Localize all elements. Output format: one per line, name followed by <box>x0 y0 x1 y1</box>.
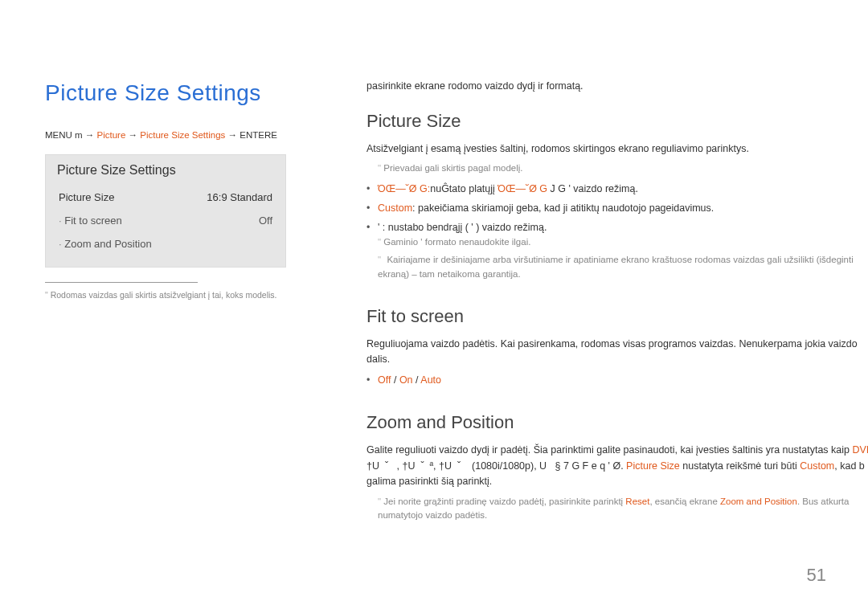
bullet-list: ΌŒ—˘Ø G:nuĜtato platųjį ΌŒ—˘Ø G J G ' va… <box>366 181 868 281</box>
bullet-text: : nustabo bendrąjį ( ' ) vaizdo režimą. <box>379 222 547 233</box>
note: "Kairiajame ir dešiniajame arba viršutin… <box>378 253 868 282</box>
breadcrumb-part: → ENTERE <box>225 130 277 140</box>
settings-panel: Picture Size Settings Picture Size 16:9 … <box>45 154 286 268</box>
panel-row-fit-to-screen: Fit to screen Off <box>57 209 274 232</box>
bullet-em: ΌŒ—˘Ø G <box>497 183 547 194</box>
opt-off: Off <box>378 374 391 386</box>
bullet-lead: ΌŒ—˘Ø G: <box>378 183 430 194</box>
intro-text: pasirinkite ekrane rodomo vaizdo dydį ir… <box>366 80 868 92</box>
note: Gaminio ' formato nenaudokite ilgai. <box>378 235 868 250</box>
panel-row-picture-size: Picture Size 16:9 Standard <box>57 186 274 209</box>
opt-auto: Auto <box>420 374 441 386</box>
panel-title: Picture Size Settings <box>57 163 274 178</box>
heading-fit-to-screen: Fit to screen <box>366 306 868 327</box>
bullet: ' : nustabo bendrąjį ( ' ) vaizdo režimą… <box>378 219 868 281</box>
breadcrumb-part: → <box>125 130 140 140</box>
bullet-lead: Custom <box>378 202 412 214</box>
breadcrumb-picture-size-settings: Picture Size Settings <box>140 130 225 140</box>
bullet-text: J G ' vaizdo režimą. <box>547 183 638 194</box>
panel-val: 16:9 Standard <box>207 191 272 203</box>
breadcrumb: MENU m → Picture → Picture Size Settings… <box>45 130 330 140</box>
bullet-text: nuĜtato platųjį <box>430 183 497 194</box>
breadcrumb-part: MENU m → <box>45 130 97 140</box>
em-zoom-and-position: Zoom and Position <box>720 497 797 506</box>
panel-row-zoom-and-position: Zoom and Position <box>57 232 274 255</box>
paragraph: Galite reguliuoti vaizdo dydį ir padėtį.… <box>366 443 868 489</box>
left-column: Picture Size Settings MENU m → Picture →… <box>45 80 330 301</box>
paragraph: Atsižvelgiant į esamą įvesties šaltinį, … <box>366 141 868 157</box>
page-title: Picture Size Settings <box>45 80 330 106</box>
panel-key: Zoom and Position <box>59 238 152 250</box>
paragraph: Reguliuojama vaizdo padėtis. Kai pasiren… <box>366 337 868 368</box>
heading-picture-size: Picture Size <box>366 111 868 132</box>
note: Jei norite grąžinti pradinę vaizdo padėt… <box>378 495 868 524</box>
em-custom: Custom <box>800 460 834 472</box>
right-column: pasirinkite ekrane rodomo vaizdo dydį ir… <box>366 80 868 523</box>
panel-key: Picture Size <box>59 191 114 203</box>
em-reset: Reset <box>625 497 649 506</box>
page-number: 51 <box>807 565 826 586</box>
em-picture-size: Picture Size <box>626 460 680 472</box>
breadcrumb-picture: Picture <box>97 130 126 140</box>
footnote: Rodomas vaizdas gali skirtis atsižvelgia… <box>45 289 330 301</box>
bullet: Custom: pakeičiama skiriamoji geba, kad … <box>378 200 868 216</box>
em-dvi: DVI <box>852 444 868 456</box>
footnote-rule <box>45 282 198 283</box>
bullet: ΌŒ—˘Ø G:nuĜtato platųjį ΌŒ—˘Ø G J G ' va… <box>378 181 868 197</box>
bullet-list: Off / On / Auto <box>366 372 868 388</box>
note: Prievadai gali skirtis pagal modelį. <box>378 161 868 176</box>
page: Picture Size Settings MENU m → Picture →… <box>0 0 868 613</box>
opt-on: On <box>399 374 413 386</box>
bullet-text: : pakeičiama skiriamoji geba, kad ji ati… <box>412 202 714 214</box>
bullet-options: Off / On / Auto <box>378 372 868 388</box>
panel-val: Off <box>259 215 272 227</box>
panel-key: Fit to screen <box>59 215 122 227</box>
heading-zoom-and-position: Zoom and Position <box>366 412 868 433</box>
